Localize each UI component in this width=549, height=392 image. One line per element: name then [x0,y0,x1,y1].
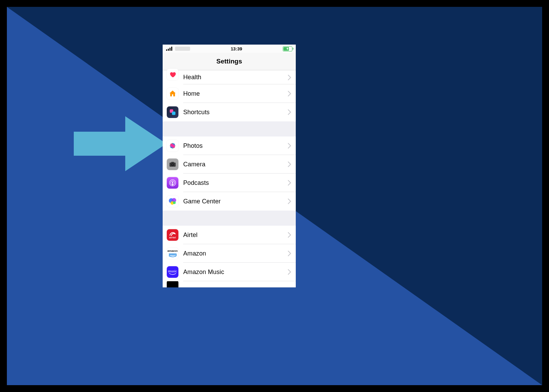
settings-list: Health Home [163,70,296,287]
chevron-right-icon [285,109,294,115]
amazon-icon: amazon [167,248,178,259]
chevron-right-icon [285,180,294,186]
shortcuts-icon [167,106,178,118]
chevron-right-icon [285,269,294,275]
row-label: Podcasts [183,179,285,187]
svg-point-22 [172,182,173,183]
svg-rect-17 [171,162,174,163]
carrier-blurred [175,47,190,51]
group-spacer [163,121,296,136]
svg-point-19 [172,164,173,165]
app-icon [167,281,178,287]
cellular-signal-icon [166,47,173,51]
status-bar: 13:39 [163,45,296,53]
iphone-screenshot: 13:39 Settings Health [163,45,296,287]
svg-rect-2 [166,49,167,51]
photos-icon [167,140,178,152]
settings-row-photos[interactable]: Photos [163,136,296,155]
settings-row-next[interactable] [163,281,296,287]
settings-group: airtel Airtel amazon [163,226,296,287]
svg-rect-7 [172,111,175,115]
amazon-music-icon: music [167,266,178,278]
row-label: Home [183,90,285,97]
row-label: Amazon [183,250,285,257]
svg-rect-3 [168,49,169,51]
chevron-right-icon [285,91,294,96]
svg-rect-5 [171,47,172,51]
settings-group: Photos Camera [163,136,296,211]
illustration-stage: 13:39 Settings Health [7,7,542,385]
podcasts-icon [167,177,178,189]
row-label: Shortcuts [183,109,285,116]
health-icon [167,69,178,80]
chevron-right-icon [285,232,294,238]
airtel-icon: airtel [167,229,178,241]
nav-bar: Settings [163,53,296,70]
status-time: 13:39 [231,46,242,51]
chevron-right-icon [285,143,294,149]
settings-row-amazonmusic[interactable]: music Amazon Music [163,263,296,281]
chevron-right-icon [285,251,294,256]
svg-rect-4 [170,48,171,51]
row-label: Health [183,74,285,81]
settings-row-gamecenter[interactable]: Game Center [163,192,296,211]
row-label: Camera [183,161,285,168]
chevron-right-icon [285,162,294,167]
home-icon [167,88,178,99]
settings-row-camera[interactable]: Camera [163,155,296,174]
row-label: Amazon Music [183,269,285,276]
settings-row-health[interactable]: Health [163,70,296,84]
row-label: Game Center [183,198,285,205]
svg-marker-1 [74,116,166,171]
settings-row-amazon[interactable]: amazon Amazon [163,244,296,263]
svg-point-26 [173,201,176,204]
chevron-right-icon [285,75,294,80]
group-spacer [163,211,296,226]
settings-group: Health Home [163,70,296,121]
settings-row-shortcuts[interactable]: Shortcuts [163,103,296,121]
row-label: Airtel [183,231,285,239]
chevron-right-icon [285,199,294,204]
gamecenter-icon [167,195,178,207]
row-label: Photos [183,142,285,150]
pointer-arrow-icon [74,116,166,171]
camera-icon [167,158,178,170]
settings-row-podcasts[interactable]: Podcasts [163,174,296,192]
settings-row-airtel[interactable]: airtel Airtel [163,226,296,244]
battery-charging-icon [283,46,292,51]
page-title: Settings [217,58,242,65]
settings-row-home[interactable]: Home [163,84,296,103]
